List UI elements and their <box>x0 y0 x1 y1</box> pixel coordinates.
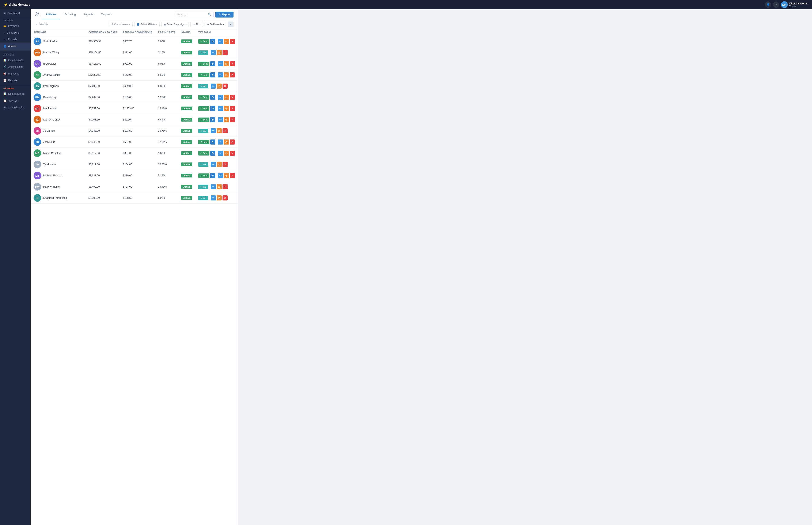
refresh-button[interactable]: ↻ <box>210 39 215 44</box>
edit-button[interactable]: ✏ <box>211 50 216 55</box>
block-button[interactable]: ⊘ <box>217 184 222 189</box>
block-button[interactable]: ⊘ <box>224 139 229 145</box>
delete-button[interactable]: ✕ <box>223 195 227 200</box>
sidebar-item-marketing[interactable]: 📢 Marketing <box>0 70 31 77</box>
all-filter[interactable]: ⊙ All ▾ <box>190 22 203 27</box>
search-icon: 🔍 <box>208 13 211 16</box>
block-button[interactable]: ⊘ <box>224 151 229 156</box>
w8-button[interactable]: ⬇ W8 <box>198 50 208 55</box>
sidebar-item-surveys[interactable]: 📋 Surveys <box>0 97 31 104</box>
block-button[interactable]: ⊘ <box>224 61 229 66</box>
sidebar-item-affiliate-links[interactable]: 🔗 Affiliate Links <box>0 63 31 70</box>
sidebar-item-campaigns[interactable]: ≡ Campaigns <box>0 29 31 36</box>
select-affiliate-filter[interactable]: 👤 Select Affiliate ▾ <box>134 22 160 27</box>
edit-button[interactable]: ✏ <box>211 84 216 89</box>
records-filter[interactable]: ⚙ 50 Records ▾ <box>205 22 226 27</box>
sidebar-item-payments[interactable]: 💳 Payments <box>0 22 31 29</box>
sent-button[interactable]: ✓ Sent <box>198 106 209 111</box>
block-button[interactable]: ⊘ <box>224 72 229 77</box>
sent-button[interactable]: ✓ Sent <box>198 140 209 144</box>
w8-button[interactable]: ⬇ W8 <box>198 84 208 88</box>
w9-button[interactable]: ⬇ W9 <box>198 196 208 200</box>
commissions-filter[interactable]: ⇅ Commissions ▾ <box>109 22 133 27</box>
select-campaign-filter[interactable]: ▦ Select Campaign ▾ <box>161 22 189 27</box>
delete-button[interactable]: ✕ <box>230 72 235 77</box>
block-button[interactable]: ⊘ <box>217 50 222 55</box>
search-input[interactable] <box>177 13 207 16</box>
edit-button[interactable]: ✏ <box>218 72 223 77</box>
delete-button[interactable]: ✕ <box>230 117 235 122</box>
edit-button[interactable]: ✏ <box>218 139 223 145</box>
tab-affiliates[interactable]: Affiliates <box>42 10 60 19</box>
w8-button[interactable]: ⬇ W8 <box>198 185 208 189</box>
block-button[interactable]: ⊘ <box>217 195 222 200</box>
refresh-button[interactable]: ↻ <box>210 139 215 145</box>
sidebar-dashboard[interactable]: ⊞ Dashboard <box>0 9 31 17</box>
edit-button[interactable]: ✏ <box>218 106 223 111</box>
edit-button[interactable]: ✏ <box>218 151 223 156</box>
edit-button[interactable]: ✏ <box>218 117 223 122</box>
block-button[interactable]: ⊘ <box>217 128 222 133</box>
avatar: IG <box>33 116 41 123</box>
sent-button[interactable]: ✓ Sent <box>198 95 209 100</box>
tab-marketing[interactable]: Marketing <box>60 10 79 19</box>
block-button[interactable]: ⊘ <box>217 84 222 89</box>
delete-button[interactable]: ✕ <box>230 173 235 178</box>
block-button[interactable]: ⊘ <box>224 106 229 111</box>
edit-button[interactable]: ✏ <box>218 95 223 100</box>
filter-clear-button[interactable]: ✕ <box>228 21 234 27</box>
topbar-help-icon[interactable]: ? <box>773 1 779 8</box>
export-button[interactable]: ⬇ Export <box>215 12 234 17</box>
delete-button[interactable]: ✕ <box>223 84 227 89</box>
sidebar-item-reports[interactable]: 📈 Reports <box>0 77 31 84</box>
w8-button[interactable]: ⬇ W8 <box>198 129 208 133</box>
col-commissions: Commissions to Date <box>86 29 120 36</box>
delete-button[interactable]: ✕ <box>223 50 227 55</box>
edit-button[interactable]: ✏ <box>211 195 216 200</box>
edit-button[interactable]: ✏ <box>211 162 216 167</box>
edit-button[interactable]: ✏ <box>218 39 223 44</box>
edit-button[interactable]: ✏ <box>211 128 216 133</box>
sent-button[interactable]: ✓ Sent <box>198 151 209 155</box>
sent-button[interactable]: ✓ Sent <box>198 39 209 44</box>
block-button[interactable]: ⊘ <box>217 162 222 167</box>
edit-button[interactable]: ✏ <box>218 61 223 66</box>
sidebar-item-funnels[interactable]: ⌥ Funnels <box>0 36 31 43</box>
refresh-button[interactable]: ↻ <box>210 173 215 178</box>
refresh-button[interactable]: ↻ <box>210 106 215 111</box>
w9-button[interactable]: ⬇ W9 <box>198 162 208 167</box>
block-button[interactable]: ⊘ <box>224 173 229 178</box>
delete-button[interactable]: ✕ <box>223 162 227 167</box>
delete-button[interactable]: ✕ <box>223 184 227 189</box>
tab-requests[interactable]: Requests <box>97 10 116 19</box>
sidebar-item-demographics[interactable]: 📊 Demographics <box>0 91 31 97</box>
block-button[interactable]: ⊘ <box>224 39 229 44</box>
sent-button[interactable]: ✓ Sent <box>198 62 209 66</box>
refresh-button[interactable]: ↻ <box>210 151 215 156</box>
delete-button[interactable]: ✕ <box>230 139 235 145</box>
edit-button[interactable]: ✏ <box>211 184 216 189</box>
tab-payouts[interactable]: Payouts <box>79 10 97 19</box>
sent-button[interactable]: ✓ Sent <box>198 174 209 178</box>
delete-button[interactable]: ✕ <box>230 39 235 44</box>
delete-button[interactable]: ✕ <box>230 106 235 111</box>
refresh-button[interactable]: ↻ <box>210 72 215 77</box>
delete-button[interactable]: ✕ <box>230 151 235 156</box>
block-button[interactable]: ⊘ <box>224 95 229 100</box>
delete-button[interactable]: ✕ <box>230 61 235 66</box>
sidebar-item-affiliate[interactable]: 👤 Affiliate <box>0 43 31 49</box>
sidebar-item-uptime-monitor[interactable]: 🖥 Uptime Monitor <box>0 104 31 111</box>
logo[interactable]: ⚡ digitalkickstart <box>3 2 30 7</box>
sent-button[interactable]: ✓ Sent <box>198 73 209 77</box>
refresh-button[interactable]: ↻ <box>210 95 215 100</box>
sent-button[interactable]: ✓ Sent <box>198 118 209 122</box>
block-button[interactable]: ⊘ <box>224 117 229 122</box>
refresh-button[interactable]: ↻ <box>210 117 215 122</box>
sidebar-item-commissions[interactable]: 📊 Commissions <box>0 57 31 63</box>
avatar: MC <box>33 149 41 157</box>
edit-button[interactable]: ✏ <box>218 173 223 178</box>
topbar-user-icon[interactable]: 👤 <box>765 1 771 8</box>
delete-button[interactable]: ✕ <box>230 95 235 100</box>
refresh-button[interactable]: ↻ <box>210 61 215 66</box>
delete-button[interactable]: ✕ <box>223 128 227 133</box>
